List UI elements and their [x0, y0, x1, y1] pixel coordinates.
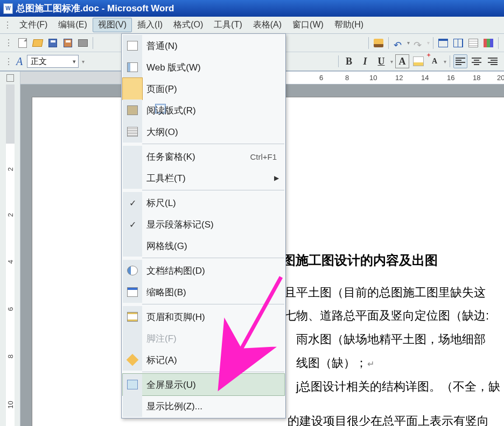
format-painter-button[interactable] [372, 37, 385, 49]
dropdown-icon[interactable]: ▾ [444, 59, 446, 65]
menu-item-label: 文档结构图(D) [146, 265, 284, 277]
menu-table[interactable]: 表格(A) [248, 18, 287, 32]
submenu-arrow-icon: ▶ [274, 174, 279, 182]
menu-item-label: 显示段落标记(S) [146, 218, 284, 231]
menu-item-label: 页眉和页脚(H) [146, 311, 284, 323]
menu-item-web-layout[interactable]: Web 版式(W) [123, 56, 284, 78]
menu-separator [142, 144, 284, 145]
menu-item-markup[interactable]: 标记(A) [123, 349, 284, 371]
open-button[interactable] [31, 37, 44, 49]
menu-shortcut: Ctrl+F1 [250, 152, 277, 161]
menu-item-task-pane[interactable]: 任务窗格(K) Ctrl+F1 [123, 146, 284, 167]
menu-item-ruler[interactable]: ✓ 标尺(L) [123, 192, 284, 214]
vertical-ruler[interactable]: 2 2 4 6 8 10 [0, 84, 20, 426]
menu-item-document-map[interactable]: 文档结构图(D) [123, 260, 284, 281]
menu-window[interactable]: 窗口(W) [287, 18, 329, 32]
style-combo-value: 正文 [31, 56, 47, 67]
table-icon [438, 39, 448, 47]
align-right-button[interactable] [486, 54, 500, 68]
align-center-icon [472, 58, 481, 65]
italic-button[interactable]: I [358, 54, 372, 68]
menu-item-full-screen[interactable]: 全屏显示(U) [123, 374, 284, 395]
permission-button[interactable] [61, 37, 74, 49]
menu-item-reading-layout[interactable]: 阅读版式(R) [123, 100, 284, 121]
ruler-tick: 8 [345, 74, 349, 82]
header-footer-icon [127, 312, 138, 322]
doc-line: 且平土图（目前的总图施工图里缺失这 [284, 281, 504, 304]
redo-button[interactable] [412, 37, 425, 49]
menu-view[interactable]: 视图(V) [93, 18, 132, 32]
menu-separator [142, 190, 284, 191]
underline-button[interactable]: U [374, 54, 388, 68]
align-right-icon [488, 58, 498, 65]
word-app-icon [3, 3, 13, 14]
print-icon [78, 39, 88, 47]
drawing-button[interactable] [482, 37, 495, 49]
menu-edit[interactable]: 编辑(E) [53, 18, 92, 32]
bold-button[interactable]: B [342, 54, 356, 68]
menu-item-print-layout[interactable]: 页面(P) [123, 78, 284, 100]
menu-separator [142, 372, 284, 373]
dropdown-icon[interactable]: ▾ [82, 59, 85, 65]
ruler-tick: 16 [447, 74, 454, 82]
separator [93, 37, 93, 49]
menu-item-label: 普通(N) [146, 40, 284, 52]
menu-item-gridlines[interactable]: 网格线(G) [123, 235, 284, 257]
spreadsheet-icon [468, 39, 478, 47]
align-justify-button[interactable] [453, 54, 467, 68]
toolbar-grip-icon: ⋮ [3, 20, 12, 30]
doc-line: 的建设项目很少在总平面上表示有竖向 [288, 410, 504, 426]
shading-icon [413, 56, 424, 66]
menu-item-outline[interactable]: 大纲(O) [123, 121, 284, 143]
char-border-button[interactable]: A [395, 54, 409, 68]
menu-bar: ⋮ 文件(F) 编辑(E) 视图(V) 插入(I) 格式(O) 工具(T) 表格… [0, 17, 504, 34]
undo-button[interactable] [392, 37, 405, 49]
menu-item-show-paragraph-marks[interactable]: ✓ 显示段落标记(S) [123, 214, 284, 235]
normal-view-icon [127, 41, 138, 51]
undo-icon [394, 39, 403, 47]
excel-sheet-button[interactable] [467, 37, 480, 49]
toolbar-grip-icon: ⋮ [4, 56, 13, 67]
new-doc-button[interactable] [16, 37, 29, 49]
menu-item-header-footer[interactable]: 页眉和页脚(H) [123, 306, 284, 328]
dropdown-icon[interactable]: ▾ [407, 40, 410, 46]
redo-icon [414, 39, 423, 47]
char-scaling-button[interactable]: A [428, 54, 442, 68]
menu-item-label: 显示比例(Z)... [146, 400, 284, 413]
dropdown-icon: ▾ [427, 40, 430, 46]
menu-item-label: 脚注(F) [146, 332, 284, 345]
menu-item-normal-view[interactable]: 普通(N) [123, 35, 284, 56]
doc-line: 七物、道路总平面及竖向定位图（缺边: [284, 304, 504, 327]
outline-icon [127, 127, 138, 137]
menu-file[interactable]: 文件(F) [14, 18, 53, 32]
menu-item-thumbnails[interactable]: 缩略图(B) [123, 281, 284, 303]
ruler-tick: 4 [6, 258, 15, 266]
menu-item-label: 工具栏(T) [146, 172, 274, 184]
separator [433, 37, 433, 49]
document-map-icon [127, 266, 138, 275]
align-center-button[interactable] [470, 54, 484, 68]
menu-item-label: 缩略图(B) [146, 286, 284, 299]
menu-insert[interactable]: 插入(I) [132, 18, 168, 32]
columns-icon [453, 39, 463, 47]
char-shading-button[interactable] [411, 54, 425, 68]
menu-item-toolbars[interactable]: 工具栏(T) ▶ [123, 167, 284, 189]
menu-format[interactable]: 格式(O) [168, 18, 208, 32]
save-button[interactable] [46, 37, 59, 49]
align-justify-icon [456, 58, 465, 65]
separator [388, 37, 389, 49]
columns-button[interactable] [452, 37, 465, 49]
print-button[interactable] [76, 37, 89, 49]
menu-help[interactable]: 帮助(H) [329, 18, 369, 32]
dropdown-icon[interactable]: ▾ [390, 59, 393, 65]
style-combo[interactable]: 正文 [27, 55, 79, 68]
ruler-tick: 6 [6, 305, 15, 314]
ruler-tick: 10 [369, 74, 377, 82]
ruler-corner[interactable] [0, 72, 20, 84]
view-menu-dropdown: 普通(N) Web 版式(W) 页面(P) 阅读版式(R) 大纲(O) 任务窗格… [121, 33, 286, 418]
menu-item-label: 网格线(G) [146, 240, 284, 252]
menu-item-zoom[interactable]: 显示比例(Z)... [123, 395, 284, 417]
menu-tools[interactable]: 工具(T) [208, 18, 247, 32]
ruler-tick: 12 [395, 74, 403, 82]
insert-table-button[interactable] [437, 37, 450, 49]
